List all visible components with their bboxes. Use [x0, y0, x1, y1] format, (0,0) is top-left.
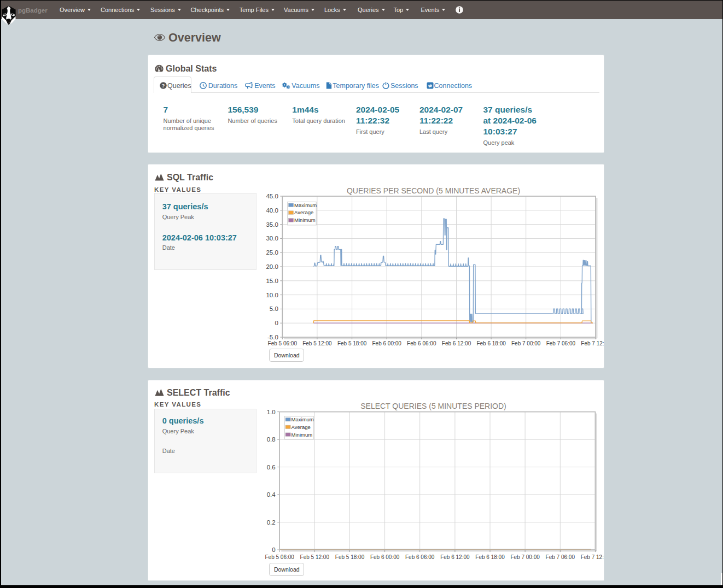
svg-text:?: ? [161, 83, 165, 89]
